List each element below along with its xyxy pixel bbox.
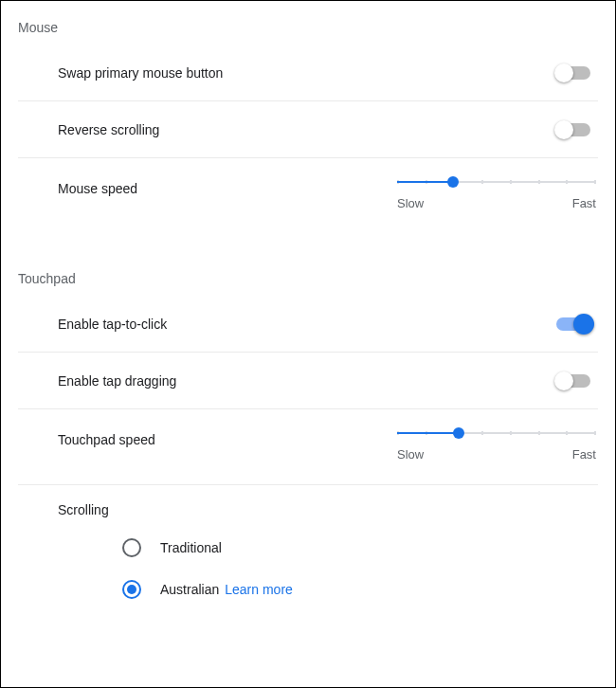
- scrolling-australian-row[interactable]: Australian Learn more: [18, 569, 598, 610]
- touchpad-speed-label: Touchpad speed: [58, 432, 155, 447]
- reverse-scrolling-toggle[interactable]: [556, 123, 590, 136]
- mouse-speed-thumb[interactable]: [447, 176, 459, 188]
- mouse-speed-label: Mouse speed: [58, 181, 137, 196]
- touchpad-speed-slow-label: Slow: [397, 447, 424, 462]
- touchpad-speed-slider[interactable]: Slow Fast: [397, 432, 596, 462]
- mouse-speed-row: Mouse speed Slow Fast: [18, 158, 598, 233]
- mouse-speed-fast-label: Fast: [572, 196, 596, 210]
- touchpad-speed-fast-label: Fast: [572, 447, 596, 462]
- scrolling-australian-label: Australian: [160, 582, 219, 597]
- scrolling-traditional-row[interactable]: Traditional: [18, 527, 598, 569]
- scrolling-traditional-radio[interactable]: [122, 538, 141, 557]
- learn-more-link[interactable]: Learn more: [225, 582, 293, 597]
- swap-primary-toggle[interactable]: [556, 66, 590, 80]
- tap-dragging-row: Enable tap dragging: [18, 353, 598, 409]
- tap-to-click-toggle[interactable]: [556, 317, 590, 331]
- reverse-scrolling-label: Reverse scrolling: [58, 122, 159, 137]
- touchpad-speed-row: Touchpad speed Slow Fast: [18, 409, 598, 485]
- tap-to-click-label: Enable tap-to-click: [58, 317, 167, 332]
- mouse-speed-slider[interactable]: Slow Fast: [397, 181, 596, 210]
- swap-primary-row: Swap primary mouse button: [18, 45, 598, 101]
- tap-dragging-label: Enable tap dragging: [58, 373, 176, 389]
- touchpad-speed-fill: [397, 432, 459, 434]
- swap-primary-label: Swap primary mouse button: [58, 65, 223, 81]
- tap-to-click-row: Enable tap-to-click: [18, 296, 598, 353]
- section-title-touchpad: Touchpad: [18, 271, 598, 286]
- reverse-scrolling-row: Reverse scrolling: [18, 101, 598, 158]
- touchpad-speed-thumb[interactable]: [453, 427, 464, 439]
- scrolling-label: Scrolling: [18, 485, 598, 527]
- scrolling-traditional-label: Traditional: [160, 540, 222, 555]
- scrolling-australian-radio[interactable]: [122, 580, 141, 599]
- tap-dragging-toggle[interactable]: [556, 374, 590, 388]
- mouse-speed-slow-label: Slow: [397, 196, 424, 210]
- section-title-mouse: Mouse: [18, 20, 598, 35]
- mouse-speed-fill: [397, 181, 453, 183]
